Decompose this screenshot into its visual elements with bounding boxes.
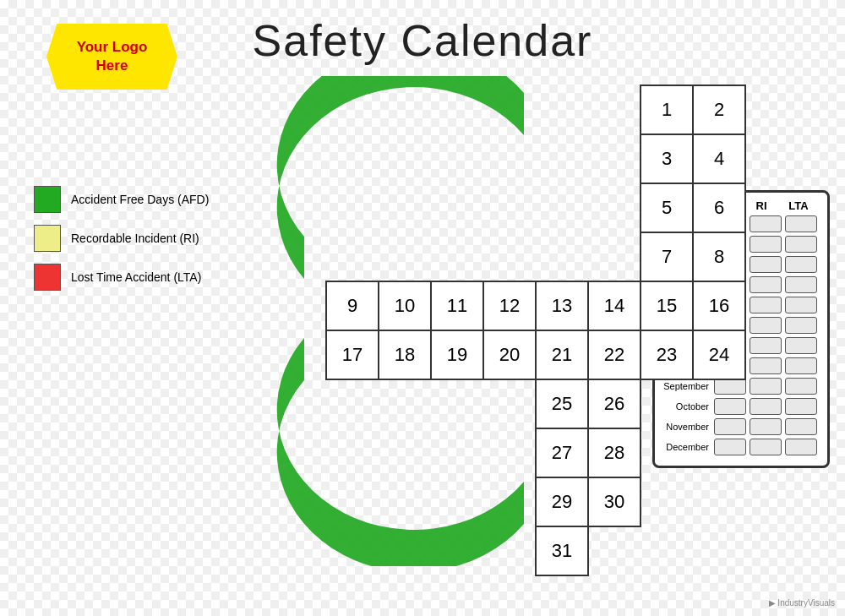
cal-day-11: 11 (431, 281, 483, 330)
stats-cell-jul-ri[interactable] (750, 337, 782, 354)
stats-cell-jun-lta[interactable] (785, 317, 817, 334)
cal-empty (588, 526, 641, 575)
cal-empty (483, 428, 536, 477)
calendar-table: 1 2 3 4 5 (325, 84, 746, 576)
cal-empty (431, 232, 483, 281)
cal-day-18: 18 (379, 330, 431, 379)
cal-empty (379, 232, 431, 281)
cal-empty (588, 85, 641, 134)
cal-day-20: 20 (483, 330, 536, 379)
stats-cell-apr-lta[interactable] (785, 276, 817, 293)
legend-item-ri: Recordable Incident (RI) (34, 225, 209, 252)
cal-empty (483, 232, 536, 281)
logo-banner: Your Logo Here (46, 24, 177, 90)
calendar-row: 1 2 (326, 85, 745, 134)
stats-cell-sep-ri[interactable] (750, 378, 782, 395)
watermark-icon: ▶ (769, 598, 776, 608)
stats-cell-mar-lta[interactable] (785, 256, 817, 273)
cal-day-12: 12 (483, 281, 536, 330)
cal-empty (693, 428, 745, 477)
legend-label-ri: Recordable Incident (RI) (71, 232, 199, 245)
stats-col-lta: LTA (780, 199, 817, 212)
legend-label-lta: Lost Time Accident (LTA) (71, 270, 201, 284)
legend-color-lta (34, 264, 61, 291)
stats-cell-mar-ri[interactable] (750, 256, 782, 273)
legend-label-afd: Accident Free Days (AFD) (71, 193, 209, 206)
cal-empty (536, 85, 588, 134)
stats-col-ri: RI (743, 199, 780, 212)
calendar: 1 2 3 4 5 (325, 84, 746, 576)
stats-cell-nov-lta[interactable] (785, 418, 817, 435)
stats-cell-jan-lta[interactable] (785, 215, 817, 232)
cal-day-6: 6 (693, 183, 745, 232)
legend-color-afd (34, 186, 61, 213)
stats-cell-aug-lta[interactable] (785, 357, 817, 374)
stats-cell-feb-lta[interactable] (785, 236, 817, 253)
cal-empty (641, 428, 693, 477)
cal-empty (326, 379, 379, 428)
cal-day-1: 1 (641, 85, 693, 134)
legend-item-lta: Lost Time Accident (LTA) (34, 264, 209, 291)
stats-cell-feb-ri[interactable] (750, 236, 782, 253)
cal-empty (641, 477, 693, 526)
legend-color-ri (34, 225, 61, 252)
stats-cell-may-lta[interactable] (785, 297, 817, 313)
cal-day-17: 17 (326, 330, 379, 379)
stats-cell-oct-lta[interactable] (785, 398, 817, 415)
cal-empty (483, 526, 536, 575)
stats-cell-oct-ri[interactable] (750, 398, 782, 415)
cal-empty (588, 134, 641, 183)
stats-cell-dec-ri[interactable] (750, 439, 782, 455)
cal-empty (326, 477, 379, 526)
calendar-row: 17 18 19 20 21 22 23 24 (326, 330, 745, 379)
cal-empty (326, 183, 379, 232)
stats-cell-nov-ri[interactable] (750, 418, 782, 435)
cal-empty (483, 183, 536, 232)
cal-empty (431, 526, 483, 575)
cal-empty (379, 134, 431, 183)
cal-day-22: 22 (588, 330, 641, 379)
stats-cell-may-ri[interactable] (750, 297, 782, 313)
cal-day-2: 2 (693, 85, 745, 134)
cal-day-14: 14 (588, 281, 641, 330)
cal-day-29: 29 (536, 477, 588, 526)
stats-cell-sep-lta[interactable] (785, 378, 817, 395)
calendar-row: 3 4 (326, 134, 745, 183)
cal-day-28: 28 (588, 428, 641, 477)
cal-empty (326, 526, 379, 575)
cal-empty (379, 526, 431, 575)
stats-cell-jan-ri[interactable] (750, 215, 782, 232)
cal-empty (693, 379, 745, 428)
cal-empty (431, 134, 483, 183)
cal-empty (326, 134, 379, 183)
cal-empty (379, 379, 431, 428)
cal-empty (379, 85, 431, 134)
watermark: ▶ IndustryVisuals (769, 598, 835, 608)
cal-day-7: 7 (641, 232, 693, 281)
cal-empty (379, 428, 431, 477)
cal-day-15: 15 (641, 281, 693, 330)
cal-empty (693, 477, 745, 526)
cal-empty (326, 85, 379, 134)
cal-empty (379, 183, 431, 232)
cal-empty (536, 134, 588, 183)
cal-empty (641, 379, 693, 428)
cal-day-25: 25 (536, 379, 588, 428)
logo-text: Your Logo Here (77, 38, 148, 75)
cal-day-5: 5 (641, 183, 693, 232)
stats-cell-aug-ri[interactable] (750, 357, 782, 374)
cal-day-10: 10 (379, 281, 431, 330)
calendar-row: 5 6 (326, 183, 745, 232)
stats-cell-apr-ri[interactable] (750, 276, 782, 293)
cal-empty (431, 183, 483, 232)
cal-empty (588, 183, 641, 232)
cal-empty (536, 232, 588, 281)
cal-day-26: 26 (588, 379, 641, 428)
cal-day-24: 24 (693, 330, 745, 379)
cal-empty (431, 85, 483, 134)
stats-cell-jul-lta[interactable] (785, 337, 817, 354)
calendar-row: 7 8 (326, 232, 745, 281)
stats-cell-jun-ri[interactable] (750, 317, 782, 334)
stats-cell-dec-lta[interactable] (785, 439, 817, 455)
calendar-row: 31 (326, 526, 745, 575)
